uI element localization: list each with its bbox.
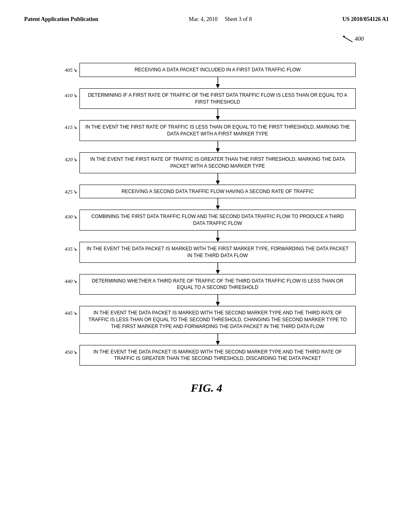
header: Patent Application Publication Mar. 4, 2… <box>24 16 389 23</box>
step-label-430: 430↘ <box>57 210 79 220</box>
header-left: Patent Application Publication <box>24 16 98 23</box>
step-label-450: 450↘ <box>57 345 79 355</box>
step-row-435: 435↘ IN THE EVENT THE DATA PACKET IS MAR… <box>57 242 356 263</box>
step-number-445: 445 <box>65 310 73 316</box>
step-box-410: DETERMINING IF A FIRST RATE OF TRAFFIC O… <box>79 88 356 109</box>
svg-marker-9 <box>216 181 220 185</box>
arrow-425-430 <box>57 198 356 210</box>
down-arrow-icon <box>214 109 222 120</box>
step-row-430: 430↘ COMBINING THE FIRST DATA TRAFFIC FL… <box>57 210 356 231</box>
arrow-445-450 <box>57 334 356 345</box>
flowchart: 405↘ RECEIVING A DATA PACKET INCLUDED IN… <box>57 63 356 366</box>
step-box-440: DETERMINING WHETHER A THIRD RATE OF TRAF… <box>79 274 356 295</box>
fig-400-container: 400 <box>49 35 364 47</box>
step-label-415: 415↘ <box>57 120 79 131</box>
step-box-415: IN THE EVENT THE FIRST RATE OF TRAFFIC I… <box>79 120 356 141</box>
step-box-420: IN THE EVENT THE FIRST RATE OF TRAFFIC I… <box>79 152 356 173</box>
step-text-405: RECEIVING A DATA PACKET INCLUDED IN A FI… <box>135 67 301 73</box>
step-box-425: RECEIVING A SECOND DATA TRAFFIC FLOW HAV… <box>79 185 356 199</box>
svg-marker-17 <box>216 302 220 306</box>
step-number-415: 415 <box>65 124 73 130</box>
arrow-415-420 <box>57 141 356 152</box>
step-label-445: 445↘ <box>57 306 79 316</box>
step-label-425: 425↘ <box>57 185 79 195</box>
step-box-430: COMBINING THE FIRST DATA TRAFFIC FLOW AN… <box>79 210 356 231</box>
svg-marker-13 <box>216 238 220 242</box>
step-text-435: IN THE EVENT THE DATA PACKET IS MARKED W… <box>87 246 349 258</box>
step-label-440: 440↘ <box>57 274 79 285</box>
svg-marker-7 <box>216 148 220 152</box>
svg-marker-15 <box>216 270 220 274</box>
pub-date: Mar. 4, 2010 <box>189 16 218 22</box>
step-row-415: 415↘ IN THE EVENT THE FIRST RATE OF TRAF… <box>57 120 356 141</box>
step-box-445: IN THE EVENT THE DATA PACKET IS MARKED W… <box>79 306 356 333</box>
step-row-440: 440↘ DETERMINING WHETHER A THIRD RATE OF… <box>57 274 356 295</box>
step-label-410: 410↘ <box>57 88 79 99</box>
step-box-450: IN THE EVENT THE DATA PACKET IS MARKED W… <box>79 345 356 366</box>
sheet-info: Sheet 3 of 8 <box>225 16 252 22</box>
step-number-430: 430 <box>65 214 73 220</box>
arrow-420-425 <box>57 173 356 185</box>
down-arrow-icon <box>214 173 222 185</box>
step-text-415: IN THE EVENT THE FIRST RATE OF TRAFFIC I… <box>85 124 350 137</box>
arrow-400-icon <box>341 35 353 43</box>
step-row-405: 405↘ RECEIVING A DATA PACKET INCLUDED IN… <box>57 63 356 77</box>
arrow-410-415 <box>57 109 356 120</box>
fig-number-text: 400 <box>355 35 364 42</box>
step-text-450: IN THE EVENT THE DATA PACKET IS MARKED W… <box>93 349 342 362</box>
page: Patent Application Publication Mar. 4, 2… <box>0 0 413 532</box>
step-text-440: DETERMINING WHETHER A THIRD RATE OF TRAF… <box>92 278 343 291</box>
svg-marker-5 <box>216 116 220 120</box>
step-text-410: DETERMINING IF A FIRST RATE OF TRAFFIC O… <box>88 92 347 105</box>
header-center: Mar. 4, 2010 Sheet 3 of 8 <box>189 16 252 23</box>
down-arrow-icon <box>214 77 222 88</box>
step-row-425: 425↘ RECEIVING A SECOND DATA TRAFFIC FLO… <box>57 185 356 199</box>
svg-marker-3 <box>216 84 220 88</box>
step-row-450: 450↘ IN THE EVENT THE DATA PACKET IS MAR… <box>57 345 356 366</box>
down-arrow-icon <box>214 141 222 152</box>
step-row-445: 445↘ IN THE EVENT THE DATA PACKET IS MAR… <box>57 306 356 333</box>
step-number-435: 435 <box>65 246 73 252</box>
step-text-420: IN THE EVENT THE FIRST RATE OF TRAFFIC I… <box>90 156 345 169</box>
step-row-420: 420↘ IN THE EVENT THE FIRST RATE OF TRAF… <box>57 152 356 173</box>
step-number-420: 420 <box>65 156 73 162</box>
fig-400-label: 400 <box>341 35 364 43</box>
step-number-405: 405 <box>65 67 73 73</box>
svg-marker-19 <box>216 341 220 345</box>
step-number-410: 410 <box>65 92 73 98</box>
diagram-area: 400 405↘ RECEIVING A DATA PACKET INCLUDE… <box>24 35 389 395</box>
arrow-405-410 <box>57 77 356 88</box>
step-text-425: RECEIVING A SECOND DATA TRAFFIC FLOW HAV… <box>121 189 314 194</box>
down-arrow-icon <box>214 295 222 306</box>
publication-label: Patent Application Publication <box>24 16 98 22</box>
arrow-440-445 <box>57 295 356 306</box>
fig-caption-text: FIG. 4 <box>191 382 222 394</box>
step-text-445: IN THE EVENT THE DATA PACKET IS MARKED W… <box>88 310 346 329</box>
header-right: US 2010/054126 A1 <box>342 16 389 23</box>
step-number-440: 440 <box>65 278 73 284</box>
step-label-405: 405↘ <box>57 63 79 73</box>
step-number-425: 425 <box>65 189 73 195</box>
down-arrow-icon <box>214 334 222 345</box>
arrow-435-440 <box>57 263 356 274</box>
step-label-420: 420↘ <box>57 152 79 163</box>
arrow-430-435 <box>57 231 356 242</box>
step-box-435: IN THE EVENT THE DATA PACKET IS MARKED W… <box>79 242 356 263</box>
patent-number: US 2010/054126 A1 <box>342 16 389 22</box>
step-box-405: RECEIVING A DATA PACKET INCLUDED IN A FI… <box>79 63 356 77</box>
step-number-450: 450 <box>65 349 73 355</box>
svg-marker-11 <box>216 206 220 210</box>
step-label-435: 435↘ <box>57 242 79 252</box>
figure-caption: FIG. 4 <box>191 382 222 395</box>
step-row-410: 410↘ DETERMINING IF A FIRST RATE OF TRAF… <box>57 88 356 109</box>
down-arrow-icon <box>214 198 222 210</box>
down-arrow-icon <box>214 263 222 274</box>
down-arrow-icon <box>214 231 222 242</box>
step-text-430: COMBINING THE FIRST DATA TRAFFIC FLOW AN… <box>91 214 344 226</box>
